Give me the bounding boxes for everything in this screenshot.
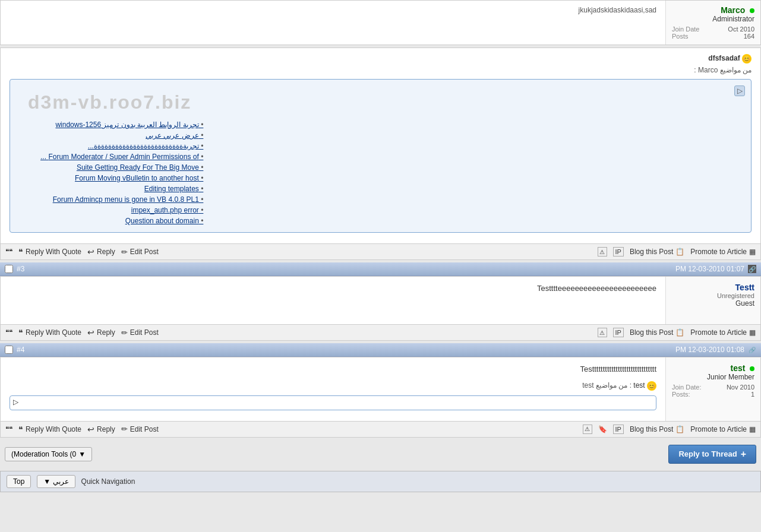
post4-promote-btn[interactable]: Promote to Article ▦ <box>690 425 756 433</box>
post4-blog-icon: 📋 <box>675 425 684 433</box>
post2-smiley: 😊 <box>742 54 751 64</box>
post4-reply-icon <box>87 425 94 434</box>
post2-reply-btn[interactable]: Reply <box>87 247 115 256</box>
post3-ip-icon[interactable]: IP <box>613 328 624 337</box>
post2-edit-btn[interactable]: Edit Post <box>121 248 159 256</box>
quote-item[interactable]: impex_auth.php error <box>16 205 203 216</box>
post4-content: Testttttttttttttttttttttttttttttt 😊 test… <box>1 357 665 421</box>
username-test[interactable]: test <box>730 363 745 373</box>
quote-item[interactable]: Forum Admincp menu is gone in VB 4.0.8 P… <box>16 194 203 205</box>
quote-items-list: تجربة الروابط العربية بدون ترميز windows… <box>16 119 203 226</box>
reply-thread-btn[interactable]: Reply to Thread + <box>668 445 756 464</box>
post4-blog-btn[interactable]: Blog this Post 📋 <box>630 425 684 433</box>
post4-actions-left: ❝❝ Reply With Quote Reply Edit Post <box>5 425 159 434</box>
post3-text: Testttteeeeeeeeeeeeeeeeeeeeeee <box>10 283 656 294</box>
quote-item[interactable]: عرض عربي عربي <box>16 130 203 141</box>
quote-item[interactable]: Suite Getting Ready For The Big Move <box>16 162 203 173</box>
post3-header-left: #3 <box>5 265 24 273</box>
post2-action-bar: ❝❝ Reply With Quote Reply Edit Post ⚠ IP <box>1 243 760 259</box>
post4-permalink[interactable]: 🔗 <box>748 346 756 354</box>
promote-icon: ▦ <box>749 248 756 256</box>
post3-multipost-icon: ❝❝ <box>5 328 12 337</box>
post4-quote-expand[interactable]: ▷ <box>10 396 21 408</box>
quote-item[interactable]: Question about domain <box>16 216 203 226</box>
post3-quote-icon <box>18 328 23 337</box>
post3-promote-btn[interactable]: Promote to Article ▦ <box>690 328 756 337</box>
post3-header-right: PM 12-03-2010 01:07 🔗 <box>675 265 756 273</box>
post4-user-info: test Junior Member Nov 2010 :Join Date 1… <box>665 357 760 421</box>
post3-number: #3 <box>17 265 24 273</box>
post3-promote-icon: ▦ <box>749 328 756 337</box>
post4-reply-btn[interactable]: Reply <box>87 425 115 434</box>
post3-blog-btn[interactable]: Blog this Post 📋 <box>630 328 684 337</box>
quote-expand-btn[interactable]: ▷ <box>734 86 745 96</box>
post4-edit-icon <box>121 425 128 433</box>
post3-user-role: Guest <box>672 299 754 308</box>
top-partial-post: jkukjadskidaskidaasi,sad Marco Administr… <box>0 0 761 45</box>
quote-item[interactable]: Forum Moderator / Super Admin Permission… <box>16 151 203 162</box>
post3-permalink[interactable]: 🔗 <box>748 265 756 273</box>
quote-item[interactable]: Forum Moving vBulletin to another host <box>16 173 203 183</box>
post4-promote-icon: ▦ <box>749 425 756 433</box>
post3-reply-icon <box>87 328 94 337</box>
edit-icon <box>121 248 128 256</box>
post3-reply-btn[interactable]: Reply <box>87 328 115 337</box>
post4-edit-btn[interactable]: Edit Post <box>121 425 159 433</box>
post4-smiley: 😊 <box>647 381 656 391</box>
post4-quote-icon <box>18 425 23 434</box>
username-marco[interactable]: Marco <box>721 5 745 15</box>
post2-actions-right: ⚠ IP Blog this Post 📋 Promote to Article… <box>598 247 756 256</box>
post3-actions-right: ⚠ IP Blog this Post 📋 Promote to Article… <box>598 328 756 337</box>
arabic-chevron-icon: ▼ <box>43 477 50 486</box>
top-post-content: jkukjadskidaskidaasi,sad <box>579 6 656 14</box>
user-role-marco: Administrator <box>672 15 754 23</box>
post2-blog-btn[interactable]: Blog this Post 📋 <box>630 248 684 256</box>
post3-time: PM 12-03-2010 01:07 <box>675 265 744 273</box>
post4-action-bar: ❝❝ Reply With Quote Reply Edit Post ⚠ 🔖 … <box>1 421 760 437</box>
username-testt[interactable]: Testt <box>735 283 754 292</box>
quote-item[interactable]: Editing templates <box>16 183 203 194</box>
warn-icon[interactable]: ⚠ <box>598 247 607 256</box>
quote-item[interactable]: تجربة الروابط العربية بدون ترميز windows… <box>16 119 203 130</box>
post4-header-left: #4 <box>5 346 24 354</box>
post3-user-info: Testt Unregistered Guest <box>665 277 760 324</box>
post4-number: #4 <box>17 346 24 354</box>
post3-content: Testttteeeeeeeeeeeeeeeeeeeeeee <box>1 277 665 324</box>
post3-checkbox[interactable] <box>5 265 13 273</box>
post2-quote-label: من مواضيع Marco : <box>694 66 751 74</box>
post-2: 😊 dfsfsadaf من مواضيع Marco : ▷ d3m-vb.r… <box>0 48 761 260</box>
ip-icon[interactable]: IP <box>613 247 624 256</box>
bottom-bar-left: (Moderation Tools (0 ▼ <box>5 447 92 461</box>
post4-user-meta: Nov 2010 :Join Date 1 :Posts <box>672 384 754 398</box>
post4-body: Testttttttttttttttttttttttttttttt 😊 test… <box>1 357 760 421</box>
post2-reply-with-quote-btn[interactable]: Reply With Quote <box>18 247 81 256</box>
multipost-icon: ❝❝ <box>5 248 12 256</box>
post4-reply-with-quote-btn[interactable]: Reply With Quote <box>18 425 81 434</box>
page-wrapper: jkukjadskidaskidaasi,sad Marco Administr… <box>0 0 761 492</box>
post4-checkbox[interactable] <box>5 346 13 354</box>
post4-quote-label: : من مواضيع test <box>582 381 631 390</box>
post3-warn-icon[interactable]: ⚠ <box>598 328 607 337</box>
chevron-down-icon: ▼ <box>78 450 86 458</box>
quote-item[interactable]: تجربةةةةةةةةةةةةةةةةةةةةةةةةةة... <box>16 141 203 151</box>
post4-actions-right: ⚠ 🔖 IP Blog this Post 📋 Promote to Artic… <box>583 425 756 434</box>
post4-warn-icon[interactable]: ⚠ <box>583 425 592 434</box>
post-4: Testttttttttttttttttttttttttttttt 😊 test… <box>0 357 761 438</box>
moderation-tools-btn[interactable]: (Moderation Tools (0 ▼ <box>5 447 92 461</box>
post3-reply-with-quote-btn[interactable]: Reply With Quote <box>18 328 81 337</box>
watermark-text: d3m-vb.roo7.biz <box>28 91 191 113</box>
blog-icon: 📋 <box>675 248 684 256</box>
post4-bookmark-icon[interactable]: 🔖 <box>598 425 607 433</box>
bottom-bar: (Moderation Tools (0 ▼ Reply to Thread + <box>0 440 761 468</box>
post4-ip-icon[interactable]: IP <box>613 425 624 434</box>
post3-action-bar: ❝❝ Reply With Quote Reply Edit Post ⚠ IP <box>1 324 760 340</box>
arabic-btn[interactable]: عربي ▼ <box>37 475 75 488</box>
post2-username: dfsfsadaf <box>708 54 740 62</box>
post3-edit-btn[interactable]: Edit Post <box>121 328 159 337</box>
top-btn[interactable]: Top <box>7 475 31 488</box>
quote-icon <box>18 247 23 256</box>
post3-body: Testttteeeeeeeeeeeeeeeeeeeeeee Testt Unr… <box>1 277 760 324</box>
post-3: Testttteeeeeeeeeeeeeeeeeeeeeee Testt Unr… <box>0 276 761 341</box>
post2-promote-btn[interactable]: Promote to Article ▦ <box>690 248 756 256</box>
post3-user-status: Unregistered <box>672 292 754 299</box>
